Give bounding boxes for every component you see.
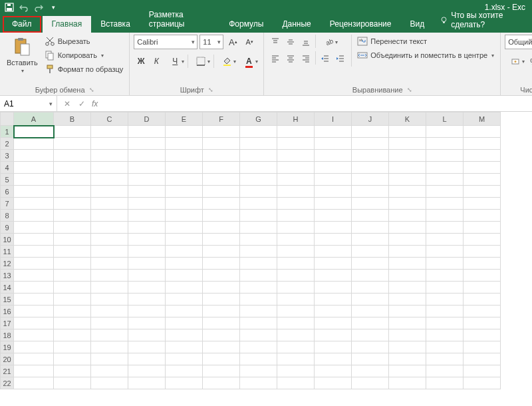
- cell-K8[interactable]: [389, 210, 426, 222]
- merge-center-button[interactable]: Объединить и поместить в центре▾: [355, 49, 496, 62]
- cell-M2[interactable]: [464, 138, 501, 150]
- cell-L15[interactable]: [426, 294, 464, 305]
- cell-F9[interactable]: [203, 222, 240, 234]
- cell-H20[interactable]: [277, 353, 315, 365]
- cell-J19[interactable]: [352, 341, 389, 353]
- row-header-10[interactable]: 10: [1, 234, 14, 246]
- row-header-13[interactable]: 13: [1, 270, 14, 282]
- cell-F4[interactable]: [203, 162, 240, 174]
- cell-K6[interactable]: [389, 186, 426, 198]
- cell-C16[interactable]: [91, 305, 128, 317]
- cell-E5[interactable]: [166, 174, 203, 186]
- cell-D18[interactable]: [128, 329, 166, 341]
- cell-M14[interactable]: [464, 282, 501, 294]
- font-launcher-icon[interactable]: ⤡: [208, 87, 213, 93]
- cell-M21[interactable]: [464, 365, 501, 377]
- cell-I19[interactable]: [315, 341, 352, 353]
- cell-D6[interactable]: [128, 186, 166, 198]
- format-painter-button[interactable]: Формат по образцу: [43, 63, 126, 76]
- cell-I11[interactable]: [315, 246, 352, 258]
- cell-I15[interactable]: [315, 294, 352, 305]
- cell-J13[interactable]: [352, 270, 389, 282]
- cell-G14[interactable]: [240, 282, 277, 294]
- cell-G15[interactable]: [240, 294, 277, 305]
- cell-H19[interactable]: [277, 341, 315, 353]
- select-all-corner[interactable]: [1, 112, 14, 126]
- currency-button[interactable]: [505, 54, 526, 69]
- cell-E22[interactable]: [166, 377, 203, 389]
- cell-E6[interactable]: [166, 186, 203, 198]
- cell-K4[interactable]: [389, 162, 426, 174]
- column-header-E[interactable]: E: [166, 112, 203, 126]
- column-header-I[interactable]: I: [315, 112, 352, 126]
- cell-E8[interactable]: [166, 210, 203, 222]
- cell-A9[interactable]: [14, 222, 54, 234]
- cell-A19[interactable]: [14, 341, 54, 353]
- row-header-8[interactable]: 8: [1, 210, 14, 222]
- cell-B1[interactable]: [54, 126, 91, 138]
- cell-L13[interactable]: [426, 270, 464, 282]
- cell-B14[interactable]: [54, 282, 91, 294]
- cell-F14[interactable]: [203, 282, 240, 294]
- row-header-11[interactable]: 11: [1, 246, 14, 258]
- cell-F15[interactable]: [203, 294, 240, 305]
- cell-I13[interactable]: [315, 270, 352, 282]
- cell-C15[interactable]: [91, 294, 128, 305]
- cell-E13[interactable]: [166, 270, 203, 282]
- column-header-J[interactable]: J: [352, 112, 389, 126]
- paste-button[interactable]: Вставить ▾: [4, 35, 41, 75]
- cell-K12[interactable]: [389, 258, 426, 270]
- cell-I12[interactable]: [315, 258, 352, 270]
- cell-C20[interactable]: [91, 353, 128, 365]
- cell-C18[interactable]: [91, 329, 128, 341]
- cell-L17[interactable]: [426, 317, 464, 329]
- underline-button[interactable]: Ч: [164, 54, 186, 69]
- cell-L14[interactable]: [426, 282, 464, 294]
- column-header-G[interactable]: G: [240, 112, 277, 126]
- cell-A6[interactable]: [14, 186, 54, 198]
- cell-H18[interactable]: [277, 329, 315, 341]
- cell-A2[interactable]: [14, 138, 54, 150]
- font-color-button[interactable]: A: [238, 54, 259, 69]
- cell-C14[interactable]: [91, 282, 128, 294]
- cell-A7[interactable]: [14, 198, 54, 210]
- cell-H2[interactable]: [277, 138, 315, 150]
- cell-L16[interactable]: [426, 305, 464, 317]
- cell-A22[interactable]: [14, 377, 54, 389]
- tab-formulas[interactable]: Формулы: [219, 16, 273, 33]
- cell-B9[interactable]: [54, 222, 91, 234]
- cell-I9[interactable]: [315, 222, 352, 234]
- row-header-21[interactable]: 21: [1, 365, 14, 377]
- cell-J20[interactable]: [352, 353, 389, 365]
- name-box-dropdown-icon[interactable]: ▾: [49, 101, 53, 107]
- cell-F20[interactable]: [203, 353, 240, 365]
- row-header-5[interactable]: 5: [1, 174, 14, 186]
- undo-icon[interactable]: [17, 1, 31, 14]
- cell-J10[interactable]: [352, 234, 389, 246]
- fill-color-button[interactable]: [216, 54, 237, 69]
- cell-L9[interactable]: [426, 222, 464, 234]
- cell-I1[interactable]: [315, 126, 352, 138]
- cell-H7[interactable]: [277, 198, 315, 210]
- cell-E14[interactable]: [166, 282, 203, 294]
- cell-J2[interactable]: [352, 138, 389, 150]
- increase-indent-icon[interactable]: [333, 51, 348, 66]
- cell-K3[interactable]: [389, 150, 426, 162]
- cell-L19[interactable]: [426, 341, 464, 353]
- cell-D14[interactable]: [128, 282, 166, 294]
- cell-D8[interactable]: [128, 210, 166, 222]
- cell-F16[interactable]: [203, 305, 240, 317]
- cell-K15[interactable]: [389, 294, 426, 305]
- cell-A14[interactable]: [14, 282, 54, 294]
- clipboard-launcher-icon[interactable]: ⤡: [89, 87, 94, 93]
- tab-data[interactable]: Данные: [273, 16, 320, 33]
- cell-E15[interactable]: [166, 294, 203, 305]
- cell-J16[interactable]: [352, 305, 389, 317]
- cell-G8[interactable]: [240, 210, 277, 222]
- cell-B18[interactable]: [54, 329, 91, 341]
- tell-me-search[interactable]: Что вы хотите сделать?: [434, 7, 532, 33]
- cell-H16[interactable]: [277, 305, 315, 317]
- cell-D19[interactable]: [128, 341, 166, 353]
- cell-M10[interactable]: [464, 234, 501, 246]
- column-header-A[interactable]: A: [14, 112, 54, 126]
